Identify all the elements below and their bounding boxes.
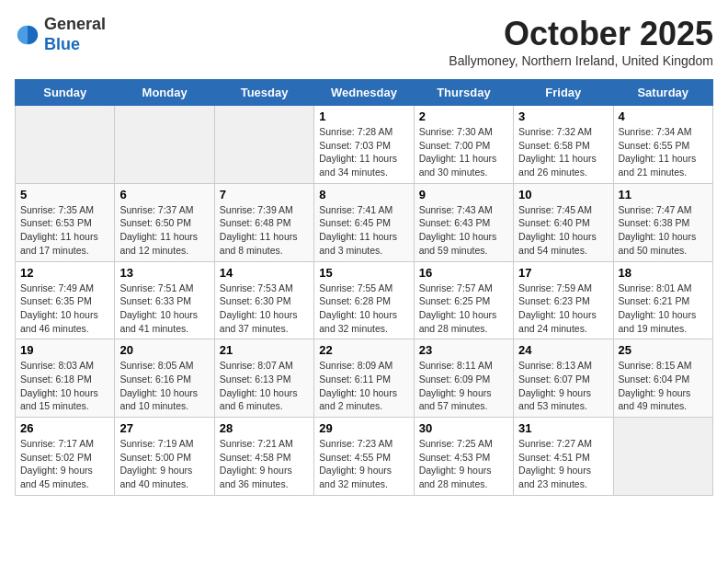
weekday-header: Tuesday <box>214 80 313 106</box>
day-info: Sunrise: 7:41 AM Sunset: 6:45 PM Dayligh… <box>319 203 408 258</box>
calendar-cell: 24Sunrise: 8:13 AM Sunset: 6:07 PM Dayli… <box>514 339 613 418</box>
day-info: Sunrise: 8:03 AM Sunset: 6:18 PM Dayligh… <box>20 359 109 413</box>
day-info: Sunrise: 7:45 AM Sunset: 6:40 PM Dayligh… <box>518 203 608 258</box>
day-info: Sunrise: 7:32 AM Sunset: 6:58 PM Dayligh… <box>518 125 608 179</box>
day-info: Sunrise: 7:53 AM Sunset: 6:30 PM Dayligh… <box>220 282 309 336</box>
day-number: 11 <box>619 188 708 201</box>
calendar-cell: 3Sunrise: 7:32 AM Sunset: 6:58 PM Daylig… <box>514 106 613 184</box>
calendar-cell: 20Sunrise: 8:05 AM Sunset: 6:16 PM Dayli… <box>115 339 214 418</box>
calendar-table: SundayMondayTuesdayWednesdayThursdayFrid… <box>15 79 713 496</box>
day-info: Sunrise: 7:39 AM Sunset: 6:48 PM Dayligh… <box>220 203 309 258</box>
calendar-cell: 10Sunrise: 7:45 AM Sunset: 6:40 PM Dayli… <box>514 183 613 261</box>
day-info: Sunrise: 7:34 AM Sunset: 6:55 PM Dayligh… <box>619 125 708 179</box>
day-number: 19 <box>20 343 109 357</box>
calendar-cell <box>115 106 214 184</box>
day-number: 10 <box>518 188 608 201</box>
calendar-cell: 18Sunrise: 8:01 AM Sunset: 6:21 PM Dayli… <box>613 261 712 339</box>
calendar-cell: 27Sunrise: 7:19 AM Sunset: 5:00 PM Dayli… <box>115 418 214 496</box>
calendar-cell: 21Sunrise: 8:07 AM Sunset: 6:13 PM Dayli… <box>214 339 313 418</box>
calendar-cell: 2Sunrise: 7:30 AM Sunset: 7:00 PM Daylig… <box>414 106 513 184</box>
day-info: Sunrise: 8:11 AM Sunset: 6:09 PM Dayligh… <box>419 359 508 413</box>
day-number: 22 <box>319 343 408 357</box>
day-number: 3 <box>518 109 608 123</box>
day-number: 25 <box>619 343 708 357</box>
calendar-cell: 29Sunrise: 7:23 AM Sunset: 4:55 PM Dayli… <box>314 418 414 496</box>
calendar-cell: 7Sunrise: 7:39 AM Sunset: 6:48 PM Daylig… <box>214 183 313 261</box>
day-number: 12 <box>20 266 109 280</box>
day-info: Sunrise: 7:28 AM Sunset: 7:03 PM Dayligh… <box>319 125 408 179</box>
calendar-cell: 11Sunrise: 7:47 AM Sunset: 6:38 PM Dayli… <box>613 183 712 261</box>
day-info: Sunrise: 8:07 AM Sunset: 6:13 PM Dayligh… <box>220 359 309 413</box>
calendar-cell <box>214 106 313 184</box>
day-info: Sunrise: 7:57 AM Sunset: 6:25 PM Dayligh… <box>419 282 508 336</box>
day-number: 29 <box>319 421 408 435</box>
day-number: 9 <box>419 188 508 201</box>
title-block: October 2025 Ballymoney, Northern Irelan… <box>449 15 713 75</box>
calendar-cell: 31Sunrise: 7:27 AM Sunset: 4:51 PM Dayli… <box>514 418 613 496</box>
day-info: Sunrise: 7:37 AM Sunset: 6:50 PM Dayligh… <box>119 203 209 258</box>
calendar-cell: 23Sunrise: 8:11 AM Sunset: 6:09 PM Dayli… <box>414 339 513 418</box>
weekday-header: Wednesday <box>314 80 414 106</box>
day-number: 2 <box>419 109 508 123</box>
weekday-header: Monday <box>115 80 214 106</box>
day-number: 23 <box>419 343 508 357</box>
calendar-cell <box>613 418 712 496</box>
location-subtitle: Ballymoney, Northern Ireland, United Kin… <box>449 53 713 68</box>
calendar-cell: 8Sunrise: 7:41 AM Sunset: 6:45 PM Daylig… <box>314 183 414 261</box>
day-info: Sunrise: 8:15 AM Sunset: 6:04 PM Dayligh… <box>619 359 708 413</box>
day-number: 16 <box>419 266 508 280</box>
weekday-header: Saturday <box>613 80 712 106</box>
day-number: 20 <box>119 343 209 357</box>
day-info: Sunrise: 7:21 AM Sunset: 4:58 PM Dayligh… <box>220 437 309 491</box>
calendar-cell: 9Sunrise: 7:43 AM Sunset: 6:43 PM Daylig… <box>414 183 513 261</box>
calendar-week-row: 26Sunrise: 7:17 AM Sunset: 5:02 PM Dayli… <box>16 418 713 496</box>
month-title: October 2025 <box>449 15 713 53</box>
calendar-cell: 12Sunrise: 7:49 AM Sunset: 6:35 PM Dayli… <box>16 261 115 339</box>
day-info: Sunrise: 7:19 AM Sunset: 5:00 PM Dayligh… <box>119 437 209 491</box>
day-number: 5 <box>20 188 109 201</box>
day-number: 15 <box>319 266 408 280</box>
weekday-header-row: SundayMondayTuesdayWednesdayThursdayFrid… <box>16 80 713 106</box>
calendar-cell: 15Sunrise: 7:55 AM Sunset: 6:28 PM Dayli… <box>314 261 414 339</box>
calendar-cell: 25Sunrise: 8:15 AM Sunset: 6:04 PM Dayli… <box>613 339 712 418</box>
calendar-week-row: 5Sunrise: 7:35 AM Sunset: 6:53 PM Daylig… <box>16 183 713 261</box>
day-info: Sunrise: 8:13 AM Sunset: 6:07 PM Dayligh… <box>518 359 608 413</box>
calendar-cell: 19Sunrise: 8:03 AM Sunset: 6:18 PM Dayli… <box>16 339 115 418</box>
day-number: 17 <box>518 266 608 280</box>
calendar-cell: 6Sunrise: 7:37 AM Sunset: 6:50 PM Daylig… <box>115 183 214 261</box>
day-number: 28 <box>220 421 309 435</box>
logo-icon <box>15 22 40 48</box>
calendar-cell: 30Sunrise: 7:25 AM Sunset: 4:53 PM Dayli… <box>414 418 513 496</box>
day-info: Sunrise: 7:30 AM Sunset: 7:00 PM Dayligh… <box>419 125 508 179</box>
page-header: General Blue October 2025 Ballymoney, No… <box>15 15 713 75</box>
day-number: 13 <box>119 266 209 280</box>
day-info: Sunrise: 7:49 AM Sunset: 6:35 PM Dayligh… <box>20 282 109 336</box>
logo-general-text: General <box>44 15 106 33</box>
day-info: Sunrise: 8:09 AM Sunset: 6:11 PM Dayligh… <box>319 359 408 413</box>
day-number: 6 <box>119 188 209 201</box>
calendar-week-row: 1Sunrise: 7:28 AM Sunset: 7:03 PM Daylig… <box>16 106 713 184</box>
day-info: Sunrise: 7:55 AM Sunset: 6:28 PM Dayligh… <box>319 282 408 336</box>
day-number: 4 <box>619 109 708 123</box>
day-info: Sunrise: 7:59 AM Sunset: 6:23 PM Dayligh… <box>518 282 608 336</box>
day-info: Sunrise: 7:43 AM Sunset: 6:43 PM Dayligh… <box>419 203 508 258</box>
day-info: Sunrise: 8:01 AM Sunset: 6:21 PM Dayligh… <box>619 282 708 336</box>
logo-blue-text: Blue <box>44 35 80 53</box>
calendar-cell: 17Sunrise: 7:59 AM Sunset: 6:23 PM Dayli… <box>514 261 613 339</box>
calendar-week-row: 12Sunrise: 7:49 AM Sunset: 6:35 PM Dayli… <box>16 261 713 339</box>
calendar-cell: 26Sunrise: 7:17 AM Sunset: 5:02 PM Dayli… <box>16 418 115 496</box>
calendar-cell: 4Sunrise: 7:34 AM Sunset: 6:55 PM Daylig… <box>613 106 712 184</box>
day-number: 24 <box>518 343 608 357</box>
weekday-header: Friday <box>514 80 613 106</box>
day-info: Sunrise: 7:35 AM Sunset: 6:53 PM Dayligh… <box>20 203 109 258</box>
day-number: 27 <box>119 421 209 435</box>
calendar-cell: 16Sunrise: 7:57 AM Sunset: 6:25 PM Dayli… <box>414 261 513 339</box>
day-number: 18 <box>619 266 708 280</box>
day-number: 26 <box>20 421 109 435</box>
day-info: Sunrise: 7:23 AM Sunset: 4:55 PM Dayligh… <box>319 437 408 491</box>
calendar-cell: 14Sunrise: 7:53 AM Sunset: 6:30 PM Dayli… <box>214 261 313 339</box>
calendar-cell: 28Sunrise: 7:21 AM Sunset: 4:58 PM Dayli… <box>214 418 313 496</box>
calendar-cell: 5Sunrise: 7:35 AM Sunset: 6:53 PM Daylig… <box>16 183 115 261</box>
day-number: 1 <box>319 109 408 123</box>
day-info: Sunrise: 7:51 AM Sunset: 6:33 PM Dayligh… <box>119 282 209 336</box>
